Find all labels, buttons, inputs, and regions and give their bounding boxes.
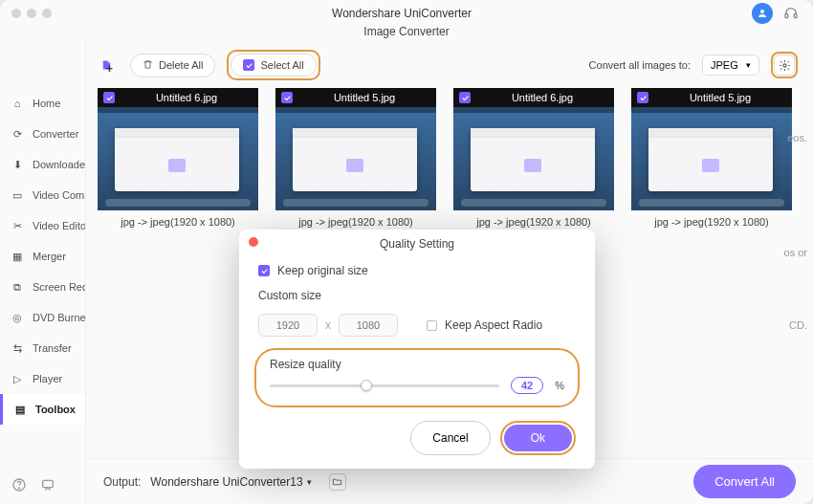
help-icon[interactable]: [11, 477, 27, 496]
sidebar-item-label: Transfer: [33, 342, 72, 354]
card-checkbox[interactable]: [637, 92, 648, 103]
toolbar: + Delete All Select All Convert all imag…: [86, 42, 813, 88]
open-output-folder-button[interactable]: [329, 473, 346, 491]
card-meta: jpg -> jpeg(1920 x 1080): [98, 210, 258, 233]
video-editor-icon: ✂: [10, 218, 25, 233]
player-icon: ▷: [10, 371, 25, 386]
chevron-down-icon: ▾: [746, 60, 751, 70]
quality-value[interactable]: 42: [511, 377, 543, 394]
page-title: Image Converter: [0, 25, 813, 38]
sidebar-item-video-compressor[interactable]: ▭Video Compressor: [0, 180, 85, 210]
sidebar-item-label: Merger: [33, 251, 66, 262]
screen-recorder-icon: ⧉: [10, 279, 25, 295]
output-format-dropdown[interactable]: JPEG ▾: [702, 55, 759, 76]
home-icon: ⌂: [10, 96, 25, 111]
dvd-burner-icon: ◎: [10, 310, 25, 325]
support-headset-icon[interactable]: [780, 3, 802, 24]
sidebar-item-label: Toolbox: [35, 404, 76, 415]
svg-point-0: [760, 10, 764, 13]
sidebar-item-label: Converter: [33, 128, 78, 140]
cancel-button[interactable]: Cancel: [410, 421, 490, 455]
ok-button[interactable]: Ok: [504, 425, 572, 451]
card-filename: Untitled 5.jpg: [654, 92, 786, 103]
keep-original-label: Keep original size: [277, 264, 368, 277]
delete-all-button[interactable]: Delete All: [130, 54, 215, 77]
quality-settings-button[interactable]: [774, 55, 795, 76]
convert-all-button[interactable]: Convert All: [693, 465, 796, 498]
sidebar-item-downloader[interactable]: ⬇Downloader: [0, 149, 85, 180]
output-path-dropdown[interactable]: Wondershare UniConverter13 ▾: [150, 475, 311, 489]
video-compressor-icon: ▭: [10, 187, 25, 203]
sidebar-item-label: Screen Recorder: [33, 281, 85, 293]
sidebar-item-label: Player: [33, 373, 62, 384]
svg-rect-2: [794, 14, 797, 18]
merger-icon: ▦: [10, 249, 25, 264]
height-input[interactable]: [339, 314, 398, 337]
chevron-down-icon: ▾: [307, 477, 312, 487]
output-label: Output:: [103, 475, 141, 489]
sidebar-item-label: Video Compressor: [33, 189, 85, 201]
sidebar-item-transfer[interactable]: ⇆Transfer: [0, 333, 85, 363]
bg-text: eos.: [787, 132, 807, 143]
sidebar-item-merger[interactable]: ▦Merger: [0, 241, 85, 272]
sidebar-item-toolbox[interactable]: ▤Toolbox: [0, 394, 85, 425]
card-thumbnail: [275, 107, 436, 210]
card-thumbnail: [98, 107, 258, 210]
bg-text: CD.: [789, 319, 807, 331]
keep-aspect-label: Keep Aspect Radio: [445, 318, 542, 332]
app-title: Wondershare UniConverter: [52, 7, 752, 20]
width-input[interactable]: [258, 314, 318, 337]
sidebar-item-video-editor[interactable]: ✂Video Editor: [0, 210, 85, 241]
card-filename: Untitled 5.jpg: [298, 92, 430, 103]
sidebar-item-screen-recorder[interactable]: ⧉Screen Recorder: [0, 272, 85, 302]
card-checkbox[interactable]: [459, 92, 471, 103]
sidebar-item-converter[interactable]: ⟳Converter: [0, 119, 85, 149]
card-filename: Untitled 6.jpg: [121, 92, 253, 103]
sidebar-item-label: Home: [33, 98, 60, 109]
keep-original-checkbox[interactable]: [258, 265, 270, 276]
sidebar-item-home[interactable]: ⌂Home: [0, 88, 85, 119]
select-all-checkbox-icon: [243, 59, 254, 71]
bg-text: os or: [784, 247, 807, 258]
image-card[interactable]: Untitled 6.jpgjpg -> jpeg(1920 x 1080): [98, 88, 258, 233]
card-checkbox[interactable]: [103, 92, 115, 103]
dialog-close-button[interactable]: [249, 237, 258, 247]
sidebar-item-label: Downloader: [33, 159, 85, 170]
quality-unit: %: [555, 380, 564, 391]
dialog-title: Quality Setting: [380, 237, 454, 251]
sidebar-item-label: Video Editor: [33, 220, 85, 231]
card-filename: Untitled 6.jpg: [476, 92, 608, 103]
feedback-icon[interactable]: [40, 477, 55, 496]
svg-rect-6: [43, 480, 54, 487]
quality-slider[interactable]: [270, 384, 499, 387]
transfer-icon: ⇆: [10, 340, 25, 356]
quality-setting-dialog: Quality Setting Keep original size Custo…: [239, 230, 595, 469]
svg-point-3: [782, 63, 785, 66]
card-checkbox[interactable]: [281, 92, 293, 103]
user-avatar-icon[interactable]: [752, 3, 773, 24]
convert-to-label: Convert all images to:: [589, 59, 691, 71]
custom-size-label: Custom size: [258, 289, 576, 302]
trash-icon: [143, 59, 153, 72]
toolbox-icon: ▤: [12, 402, 28, 417]
svg-rect-1: [785, 14, 788, 18]
keep-aspect-checkbox[interactable]: [427, 320, 437, 331]
svg-point-5: [18, 488, 19, 489]
resize-quality-label: Resize quality: [270, 358, 564, 371]
image-card[interactable]: Untitled 5.jpgjpg -> jpeg(1920 x 1080): [275, 88, 436, 233]
add-file-icon[interactable]: +: [101, 56, 119, 74]
converter-icon: ⟳: [10, 126, 25, 142]
card-thumbnail: [453, 107, 614, 210]
sidebar-item-label: DVD Burner: [33, 312, 85, 323]
sidebar-item-player[interactable]: ▷Player: [0, 363, 85, 394]
select-all-button[interactable]: Select All: [231, 54, 316, 77]
sidebar-item-dvd-burner[interactable]: ◎DVD Burner: [0, 302, 85, 333]
window-traffic-lights[interactable]: [11, 9, 52, 18]
image-card[interactable]: Untitled 6.jpgjpg -> jpeg(1920 x 1080): [453, 88, 614, 233]
card-thumbnail: [631, 107, 792, 210]
slider-knob[interactable]: [361, 380, 372, 391]
sidebar: ⌂Home⟳Converter⬇Downloader▭Video Compres…: [0, 42, 86, 504]
card-meta: jpg -> jpeg(1920 x 1080): [631, 210, 792, 233]
image-card[interactable]: Untitled 5.jpgjpg -> jpeg(1920 x 1080): [631, 88, 792, 233]
downloader-icon: ⬇: [10, 157, 25, 172]
